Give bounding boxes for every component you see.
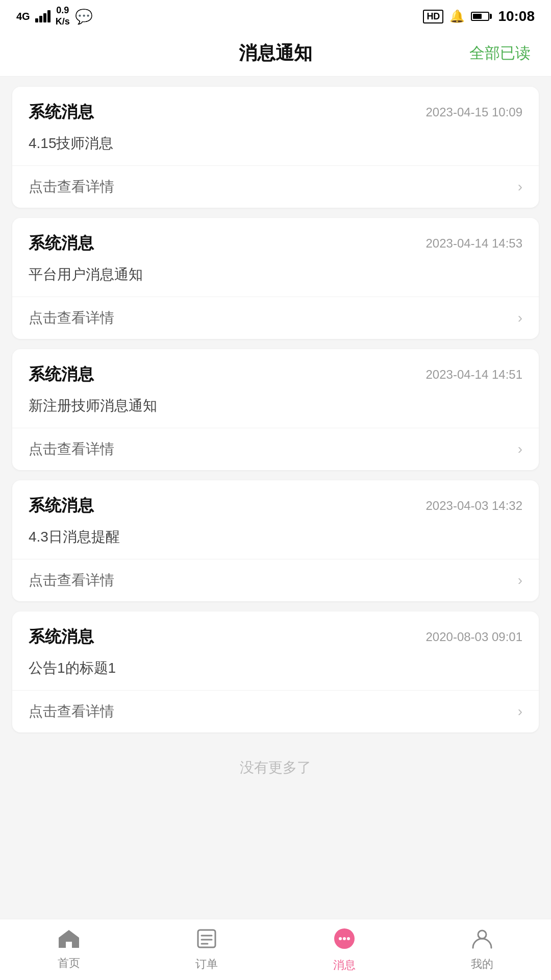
message-detail-button[interactable]: 点击查看详情 › — [12, 428, 539, 470]
status-bar: 4G 0.9K/s 💬 HD 🔔 10:08 — [0, 0, 551, 31]
message-list: 系统消息 2023-04-15 10:09 4.15技师消息 点击查看详情 › … — [0, 77, 551, 743]
message-title: 系统消息 — [29, 101, 94, 124]
chevron-right-icon: › — [518, 572, 522, 589]
message-detail-button[interactable]: 点击查看详情 › — [12, 559, 539, 601]
message-detail-button[interactable]: 点击查看详情 › — [12, 297, 539, 339]
nav-item-mine[interactable]: 我的 — [413, 919, 551, 980]
network-type: 4G — [16, 11, 30, 22]
wechat-icon: 💬 — [75, 8, 93, 25]
order-icon — [195, 927, 218, 953]
battery-icon — [471, 12, 492, 21]
clock-time: 10:08 — [498, 8, 535, 24]
mine-icon — [471, 927, 493, 953]
message-detail-button[interactable]: 点击查看详情 › — [12, 691, 539, 732]
chevron-right-icon: › — [518, 179, 522, 195]
mark-all-read-button[interactable]: 全部已读 — [469, 43, 531, 64]
signal-icon — [35, 10, 51, 22]
message-body: 4.3日消息提醒 — [12, 527, 539, 559]
svg-point-7 — [347, 937, 350, 940]
nav-item-order[interactable]: 订单 — [138, 919, 276, 980]
chevron-right-icon: › — [518, 703, 522, 720]
top-nav: 消息通知 全部已读 — [0, 31, 551, 77]
detail-label: 点击查看详情 — [29, 308, 114, 328]
speed-text: 0.9K/s — [56, 5, 70, 27]
message-body: 4.15技师消息 — [12, 134, 539, 166]
message-title: 系统消息 — [29, 232, 94, 255]
message-title: 系统消息 — [29, 363, 94, 386]
message-card: 系统消息 2023-04-14 14:53 平台用户消息通知 点击查看详情 › — [12, 218, 539, 339]
nav-label-order: 订单 — [195, 957, 218, 972]
message-card: 系统消息 2023-04-15 10:09 4.15技师消息 点击查看详情 › — [12, 87, 539, 208]
chevron-right-icon: › — [518, 441, 522, 457]
nav-item-home[interactable]: 首页 — [0, 919, 138, 980]
message-header: 系统消息 2023-04-14 14:53 — [12, 218, 539, 265]
message-title: 系统消息 — [29, 626, 94, 648]
svg-point-5 — [339, 937, 342, 940]
svg-point-6 — [343, 937, 346, 940]
chevron-right-icon: › — [518, 310, 522, 326]
message-card: 系统消息 2023-04-03 14:32 4.3日消息提醒 点击查看详情 › — [12, 480, 539, 601]
message-header: 系统消息 2023-04-03 14:32 — [12, 480, 539, 527]
message-body: 公告1的标题1 — [12, 658, 539, 691]
nav-label-mine: 我的 — [471, 957, 493, 972]
message-time: 2023-04-15 10:09 — [426, 105, 523, 119]
message-header: 系统消息 2023-04-14 14:51 — [12, 349, 539, 396]
detail-label: 点击查看详情 — [29, 702, 114, 721]
message-body: 新注册技师消息通知 — [12, 396, 539, 428]
nav-item-message[interactable]: 消息 — [276, 919, 413, 980]
svg-rect-0 — [198, 930, 215, 947]
status-right: HD 🔔 10:08 — [423, 8, 535, 24]
nav-label-message: 消息 — [333, 958, 356, 973]
home-icon — [58, 928, 80, 952]
message-card: 系统消息 2020-08-03 09:01 公告1的标题1 点击查看详情 › — [12, 611, 539, 732]
nav-label-home: 首页 — [58, 955, 80, 971]
no-more-text: 没有更多了 — [0, 743, 551, 798]
message-icon — [332, 926, 357, 954]
detail-label: 点击查看详情 — [29, 571, 114, 590]
message-time: 2020-08-03 09:01 — [426, 630, 523, 644]
hd-badge: HD — [423, 10, 443, 23]
message-time: 2023-04-14 14:53 — [426, 236, 523, 251]
message-detail-button[interactable]: 点击查看详情 › — [12, 166, 539, 208]
message-header: 系统消息 2023-04-15 10:09 — [12, 87, 539, 134]
no-disturb-icon: 🔔 — [449, 9, 465, 23]
detail-label: 点击查看详情 — [29, 439, 114, 459]
status-left: 4G 0.9K/s 💬 — [16, 5, 93, 27]
bottom-nav: 首页 订单 消息 — [0, 919, 551, 980]
message-card: 系统消息 2023-04-14 14:51 新注册技师消息通知 点击查看详情 › — [12, 349, 539, 470]
message-time: 2023-04-14 14:51 — [426, 368, 523, 382]
message-time: 2023-04-03 14:32 — [426, 499, 523, 513]
message-header: 系统消息 2020-08-03 09:01 — [12, 611, 539, 658]
svg-point-8 — [478, 930, 486, 939]
message-title: 系统消息 — [29, 495, 94, 517]
page-title: 消息通知 — [239, 41, 312, 66]
message-body: 平台用户消息通知 — [12, 265, 539, 297]
detail-label: 点击查看详情 — [29, 177, 114, 197]
